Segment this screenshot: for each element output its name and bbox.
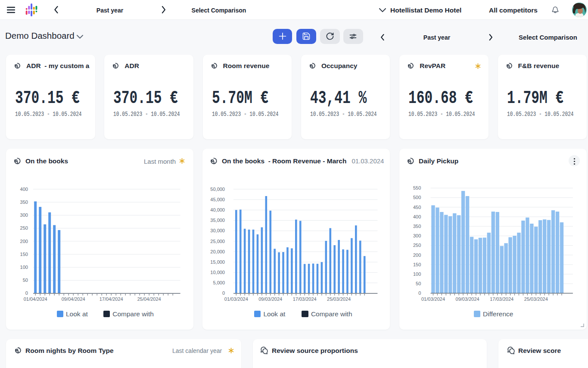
svg-text:100: 100 [413,271,421,277]
svg-text:25/04/2024: 25/04/2024 [137,296,161,302]
svg-text:09/03/2024: 09/03/2024 [456,296,479,302]
svg-text:25/03/2024: 25/03/2024 [524,296,548,302]
svg-text:50: 50 [416,281,421,286]
svg-text:35,000: 35,000 [210,218,225,223]
svg-text:01/03/2024: 01/03/2024 [224,296,248,302]
svg-text:400: 400 [413,214,421,219]
svg-text:350: 350 [20,200,28,205]
svg-text:550: 550 [413,185,421,190]
svg-text:50: 50 [23,278,28,283]
svg-text:17/04/2024: 17/04/2024 [100,296,123,302]
svg-text:300: 300 [20,212,28,218]
svg-text:250: 250 [413,243,421,248]
svg-text:15,000: 15,000 [210,259,225,265]
svg-text:350: 350 [413,224,421,229]
svg-text:09/03/2024: 09/03/2024 [258,296,282,302]
svg-text:17/03/2024: 17/03/2024 [490,296,513,302]
svg-text:150: 150 [413,262,421,267]
svg-text:25/03/2024: 25/03/2024 [327,296,351,302]
svg-text:500: 500 [413,195,421,200]
svg-text:45,000: 45,000 [210,197,225,202]
svg-text:17/03/2024: 17/03/2024 [293,296,317,302]
svg-text:100: 100 [20,265,28,270]
svg-text:0: 0 [418,290,421,296]
svg-text:200: 200 [20,239,28,244]
svg-text:450: 450 [413,205,421,210]
svg-text:0: 0 [25,290,28,296]
svg-text:5,000: 5,000 [213,280,225,285]
svg-text:30,000: 30,000 [210,228,225,233]
svg-text:01/03/2024: 01/03/2024 [421,296,445,302]
svg-text:300: 300 [413,233,421,238]
svg-text:25,000: 25,000 [210,239,225,244]
svg-text:200: 200 [413,253,421,258]
svg-text:0: 0 [222,290,225,296]
svg-text:09/04/2024: 09/04/2024 [62,296,85,302]
svg-text:10,000: 10,000 [210,270,225,275]
svg-text:400: 400 [20,187,28,192]
svg-text:20,000: 20,000 [210,249,225,254]
svg-text:01/04/2024: 01/04/2024 [24,296,47,302]
svg-text:150: 150 [20,252,28,257]
svg-text:40,000: 40,000 [210,207,225,212]
svg-text:50,000: 50,000 [210,187,225,192]
svg-text:250: 250 [20,225,28,231]
